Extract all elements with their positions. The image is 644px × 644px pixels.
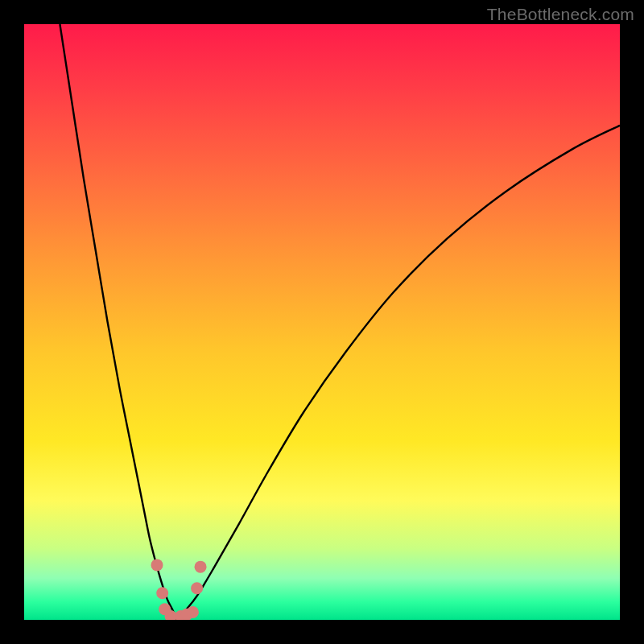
- data-point: [195, 561, 207, 573]
- data-points-group: [151, 559, 207, 620]
- plot-area: [24, 24, 620, 620]
- curve-svg: [24, 24, 620, 620]
- curve-right-branch: [176, 126, 620, 620]
- chart-frame: TheBottleneck.com: [0, 0, 644, 644]
- data-point: [151, 559, 163, 571]
- data-point: [156, 587, 168, 599]
- watermark-text: TheBottleneck.com: [487, 5, 634, 24]
- curve-left-branch: [60, 24, 176, 620]
- data-point: [187, 606, 199, 618]
- data-point: [191, 582, 203, 594]
